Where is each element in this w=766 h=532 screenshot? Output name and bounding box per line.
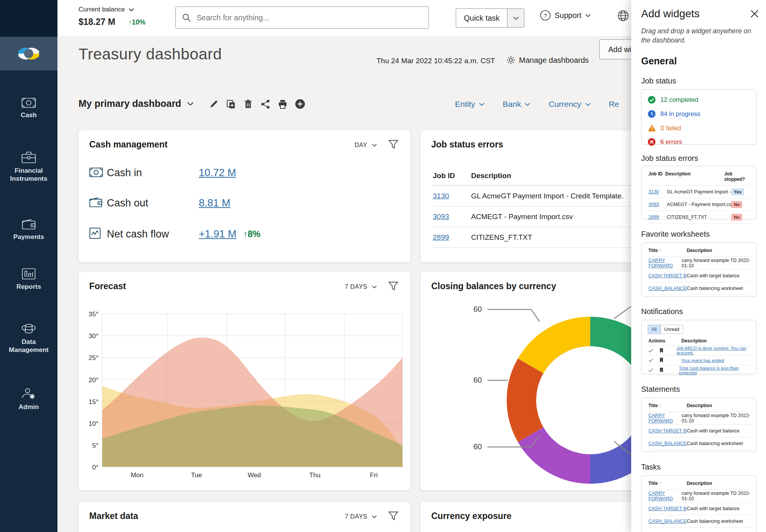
filter-bank[interactable]: Bank [503,100,530,109]
notification-link[interactable]: Your event has ended [681,358,724,363]
job-description: ACMEGT - Payment Import.csv [667,202,731,207]
sidebar-item-data-management[interactable]: Data Management [0,322,57,354]
share-icon[interactable] [260,99,270,109]
sidebar-item-cash[interactable]: Cash [0,98,57,119]
tab-all[interactable]: All [648,325,660,334]
task-description: Cash balancing worksheet [687,519,743,524]
cash-management-card: Cash management DAY Cash in 10.72 M Cash… [79,130,411,262]
cash-out-icon [89,197,107,209]
edit-icon[interactable] [209,99,219,109]
tab-unread[interactable]: Unread [660,325,683,334]
manage-dashboards-button[interactable]: Manage dashboards [506,56,589,65]
job-status-text: 84 in progress [660,110,701,118]
language-globe-button[interactable] [617,10,629,23]
worksheet-link[interactable]: CASH TARGET B [648,273,686,278]
quick-task-dropdown[interactable] [507,9,524,27]
job-id-link[interactable]: 3093 [433,213,449,221]
task-link[interactable]: CASH_BALANCE [648,519,687,524]
column-job-stopped: Job stopped? [724,171,752,182]
widget-statements[interactable]: Title ↑ Description CARRY FORWARD carry … [641,398,757,452]
sidebar-item-admin[interactable]: Admin [0,388,57,411]
net-cash-flow-value[interactable]: +1.91 M [199,228,236,240]
print-icon[interactable] [278,99,288,109]
filter-funnel-icon[interactable] [388,511,398,521]
cash-out-value[interactable]: 8.81 M [199,197,231,209]
statement-description: Cash with target balance [687,428,740,434]
forecast-period-dropdown[interactable]: 7 DAYS [345,283,377,290]
close-icon[interactable] [750,9,759,18]
task-link[interactable]: CARRY FORWARD [648,491,673,501]
y-tick: 10° [79,420,98,428]
job-stopped-badge: No [731,214,742,221]
bookmark-icon[interactable] [660,358,663,363]
widget-favorite-worksheets[interactable]: Title ↑ Description CARRY FORWARD carry … [641,242,757,297]
sort-asc-icon[interactable]: ↑ [659,403,661,408]
brand-logo-icon [17,42,41,65]
search-input[interactable] [196,13,422,22]
add-icon[interactable] [295,99,305,109]
widget-label-favorite-worksheets: Favorite worksheets [641,230,710,239]
filter-funnel-icon[interactable] [388,281,398,291]
sidebar-item-label: Financial Instruments [4,167,54,183]
widget-job-status-errors[interactable]: Job ID Description Job stopped? 3130 GL … [641,166,757,219]
worksheet-link[interactable]: CASH_BALANCE [648,286,687,291]
column-job-id: Job ID [433,172,471,180]
quick-task-main[interactable]: Quick task [456,9,507,27]
mark-read-icon[interactable] [648,368,653,372]
x-tick: Wed [248,471,261,479]
sort-asc-icon[interactable]: ↑ [659,248,661,253]
filter-truncated[interactable]: Re [609,100,619,109]
notification-row: Total cash balance is less than expected [648,365,752,375]
widget-tasks[interactable]: Title ↑ Description CARRY FORWARD carry … [641,475,757,532]
cash-period-dropdown[interactable]: DAY [355,142,377,149]
dashboard-selector[interactable]: My primary dashboard [79,98,193,109]
cash-in-value[interactable]: 10.72 M [199,167,236,179]
notification-link[interactable]: Job ABCD is done running. You can procee… [676,346,752,355]
chevron-down-icon [513,16,519,20]
support-menu[interactable]: ? Support [540,10,591,21]
job-id-link[interactable]: 3093 [648,202,659,207]
bookmark-icon[interactable] [660,348,663,353]
widget-job-status[interactable]: 12 completed 84 in progress 0 failed 6 e… [641,89,757,145]
delete-icon[interactable] [243,99,253,109]
job-id-link[interactable]: 2899 [648,214,659,220]
dashboard-toolbar [209,99,305,109]
mark-read-icon[interactable] [648,349,653,353]
current-balance-dropdown[interactable]: Current balance [79,6,134,13]
error-circle-icon [648,138,656,146]
statement-link[interactable]: CARRY FORWARD [648,413,673,424]
sidebar-item-financial-instruments[interactable]: Financial Instruments [0,151,57,183]
worksheet-description: Cash with target balance [687,273,740,278]
current-balance-label: Current balance [79,6,125,13]
job-id-link[interactable]: 3130 [648,189,659,195]
manage-dashboards-label: Manage dashboards [519,56,589,65]
job-status-text: 6 errors [660,138,682,146]
y-tick: 25° [79,354,98,362]
callout-line [488,309,540,322]
sidebar-item-payments[interactable]: Payments [0,219,57,241]
job-id-link[interactable]: 2899 [433,233,449,241]
sort-asc-icon[interactable]: ↑ [659,481,661,486]
y-tick: 20° [79,376,98,384]
forecast-area-chart [102,314,402,467]
job-id-link[interactable]: 3130 [433,192,449,200]
statement-link[interactable]: CASH TARGET B [648,428,686,434]
mark-read-icon[interactable] [648,358,653,362]
app-logo[interactable] [0,37,57,70]
notification-link[interactable]: Total cash balance is less than expected [679,366,752,375]
trend-up-icon: ↑ [243,229,248,239]
widget-notifications[interactable]: All Unread Actions Description Job ABCD … [641,320,757,374]
sidebar-item-reports[interactable]: Reports [0,268,57,291]
market-period-dropdown[interactable]: 7 DAYS [345,513,377,520]
duplicate-icon[interactable] [226,99,236,109]
bookmark-icon[interactable] [660,368,663,373]
worksheet-link[interactable]: CARRY FORWARD [648,258,673,268]
table-row: CASH_BALANCE Cash balancing worksheet [648,437,752,450]
filter-entity[interactable]: Entity [455,100,484,109]
task-link[interactable]: CASH TARGET B [648,506,686,511]
sidebar: Cash Financial Instruments Payments [0,0,57,532]
x-tick: Mon [131,471,143,479]
statement-link[interactable]: CASH_BALANCE [648,441,687,446]
filter-currency[interactable]: Currency [548,100,590,109]
filter-funnel-icon[interactable] [388,139,398,149]
